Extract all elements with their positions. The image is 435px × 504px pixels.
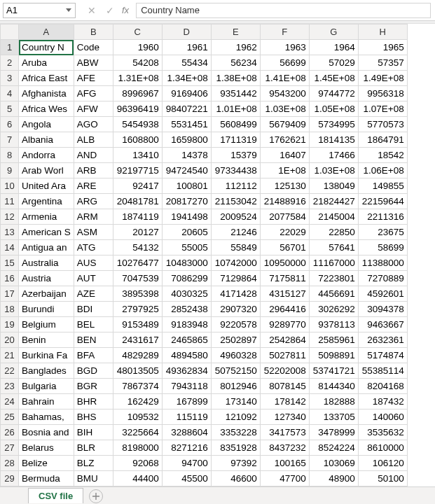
cell[interactable]: 1.45E+08 [309, 71, 358, 86]
cell[interactable]: ASM [74, 225, 113, 240]
cell[interactable]: 15379 [211, 148, 260, 163]
cell[interactable]: 4829289 [113, 348, 162, 363]
cell[interactable]: Armenia [19, 209, 74, 225]
cell[interactable]: BEN [74, 332, 113, 348]
cell[interactable]: 5174874 [358, 348, 407, 363]
row-header[interactable]: 25 [1, 410, 19, 425]
cell[interactable]: 1.03E+08 [309, 163, 358, 178]
cell[interactable]: 4960328 [211, 348, 260, 363]
cell[interactable]: Benin [19, 332, 74, 348]
cell[interactable]: 1.49E+08 [358, 71, 407, 86]
cell[interactable]: 57641 [309, 240, 358, 255]
cell[interactable]: Burundi [19, 302, 74, 317]
chevron-down-icon[interactable] [65, 7, 72, 14]
cell[interactable]: Arab Worl [19, 163, 74, 178]
cell[interactable]: 8351928 [211, 440, 260, 456]
cell[interactable]: Afghanista [19, 86, 74, 102]
col-header-G[interactable]: G [309, 24, 358, 40]
cell[interactable]: 5734995 [309, 117, 358, 132]
row-header[interactable]: 11 [1, 194, 19, 209]
cell[interactable]: 9956318 [358, 86, 407, 102]
row-header[interactable]: 9 [1, 163, 19, 178]
cell[interactable]: Antigua an [19, 240, 74, 255]
cell[interactable]: 1962 [211, 40, 260, 55]
cell[interactable]: 7047539 [113, 271, 162, 286]
col-header-C[interactable]: C [113, 24, 162, 40]
cell[interactable]: Africa Wes [19, 102, 74, 117]
cell[interactable]: 55385114 [358, 363, 407, 379]
cell[interactable]: AGO [74, 117, 113, 132]
cell[interactable]: Banglades [19, 363, 74, 379]
formula-input[interactable]: Country Name [136, 3, 431, 18]
cell[interactable]: 92417 [113, 178, 162, 194]
cell[interactable]: 22029 [260, 225, 309, 240]
cell[interactable]: 9744772 [309, 86, 358, 102]
cell[interactable]: 94700 [162, 456, 211, 471]
cell[interactable]: 5454938 [113, 117, 162, 132]
cell[interactable]: 7270889 [358, 271, 407, 286]
cell[interactable]: 9351442 [211, 86, 260, 102]
row-header[interactable]: 20 [1, 332, 19, 348]
cell[interactable]: 1.06E+08 [358, 163, 407, 178]
cell[interactable]: 5098891 [309, 348, 358, 363]
row-header[interactable]: 1 [1, 40, 19, 55]
cell[interactable]: Burkina Fa [19, 348, 74, 363]
cell[interactable]: 1941498 [162, 209, 211, 225]
cell[interactable]: 20605 [162, 225, 211, 240]
cell[interactable]: 1.01E+08 [211, 102, 260, 117]
row-header[interactable]: 2 [1, 55, 19, 71]
cell[interactable]: 3535632 [358, 425, 407, 440]
cell[interactable]: 3094378 [358, 302, 407, 317]
row-header[interactable]: 8 [1, 148, 19, 163]
cell[interactable]: Bahrain [19, 394, 74, 410]
cell[interactable]: 8198000 [113, 440, 162, 456]
col-header-D[interactable]: D [162, 24, 211, 40]
cell[interactable]: 100165 [260, 456, 309, 471]
row-header[interactable]: 13 [1, 225, 19, 240]
cell[interactable]: 1659800 [162, 132, 211, 148]
cell[interactable]: Africa East [19, 71, 74, 86]
cell[interactable]: 138049 [309, 178, 358, 194]
cell[interactable]: 109532 [113, 410, 162, 425]
cell[interactable]: BDI [74, 302, 113, 317]
cell[interactable]: 121092 [211, 410, 260, 425]
cell[interactable]: 8144340 [309, 379, 358, 394]
cell[interactable]: 53741721 [309, 363, 358, 379]
cell[interactable]: 55005 [162, 240, 211, 255]
cell[interactable]: 1.34E+08 [162, 71, 211, 86]
cell[interactable]: 4315127 [260, 286, 309, 302]
cell[interactable]: 20817270 [162, 194, 211, 209]
cell[interactable]: 5679409 [260, 117, 309, 132]
cell[interactable]: 1814135 [309, 132, 358, 148]
row-header[interactable]: 17 [1, 286, 19, 302]
cell[interactable]: 3353228 [211, 425, 260, 440]
cell[interactable]: 55434 [162, 55, 211, 71]
cell[interactable]: 2542864 [260, 332, 309, 348]
cell[interactable]: 8078145 [260, 379, 309, 394]
cell[interactable]: 1965 [358, 40, 407, 55]
cell[interactable]: AFG [74, 86, 113, 102]
cell[interactable]: 7175811 [260, 271, 309, 286]
cell[interactable]: 97334438 [211, 163, 260, 178]
cell[interactable]: 5531451 [162, 117, 211, 132]
cell[interactable]: 187432 [358, 394, 407, 410]
cell[interactable]: 49362834 [162, 363, 211, 379]
cell[interactable]: 2632361 [358, 332, 407, 348]
row-header[interactable]: 10 [1, 178, 19, 194]
col-header-E[interactable]: E [211, 24, 260, 40]
row-header[interactable]: 22 [1, 363, 19, 379]
cell[interactable]: 3026292 [309, 302, 358, 317]
cell[interactable]: 21246 [211, 225, 260, 240]
cell[interactable]: 2211316 [358, 209, 407, 225]
cell[interactable]: 18542 [358, 148, 407, 163]
row-header[interactable]: 15 [1, 255, 19, 271]
cell[interactable]: Aruba [19, 55, 74, 71]
cell[interactable]: 47700 [260, 471, 309, 486]
cell[interactable]: 13410 [113, 148, 162, 163]
cell[interactable]: BGR [74, 379, 113, 394]
cell[interactable]: 9220578 [211, 317, 260, 332]
row-header[interactable]: 16 [1, 271, 19, 286]
cell[interactable]: BIH [74, 425, 113, 440]
cell[interactable]: 3895398 [113, 286, 162, 302]
confirm-icon[interactable]: ✓ [104, 5, 116, 16]
